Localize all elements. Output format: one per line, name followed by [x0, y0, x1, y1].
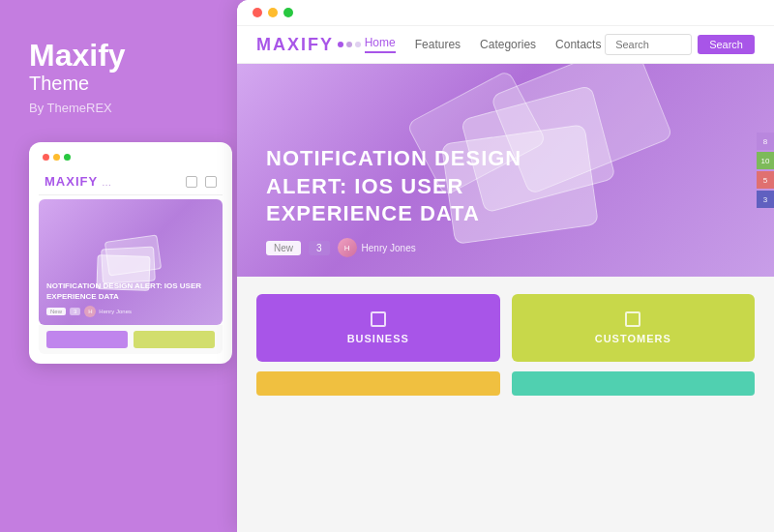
sidebar-dot-4: 3 — [757, 191, 774, 208]
browser-top-bar — [237, 0, 774, 26]
menu-item-contacts[interactable]: Contacts — [555, 38, 601, 51]
mobile-bottom — [39, 325, 223, 354]
browser-search-area: Search — [605, 34, 755, 55]
mobile-dot-yellow — [53, 154, 60, 161]
logo-dot-3 — [355, 42, 361, 47]
menu-item-features[interactable]: Features — [415, 38, 461, 51]
search-input[interactable] — [605, 34, 692, 55]
logo-dot-1 — [338, 42, 343, 47]
browser-nav: MAXIFY Home Features Categories Contacts… — [237, 26, 774, 64]
business-icon — [371, 311, 386, 327]
mobile-hero-section: NOTIFICATION DESIGN ALERT: IOS USER EXPE… — [39, 199, 223, 325]
browser-mockup: MAXIFY Home Features Categories Contacts… — [237, 0, 774, 532]
browser-logo: MAXIFY — [256, 35, 361, 55]
badge-new: New — [266, 241, 301, 255]
categories-row-2 — [256, 371, 755, 396]
logo-dot-2 — [346, 42, 352, 47]
mobile-dot-red — [43, 154, 49, 161]
mobile-hero-title: NOTIFICATION DESIGN ALERT: IOS USER EXPE… — [46, 281, 215, 302]
mobile-avatar-row: H Henry Jones — [84, 306, 132, 317]
author-info: H Henry Jones — [338, 238, 416, 257]
author-avatar: H — [338, 238, 357, 257]
business-label: BUSINESS — [347, 333, 409, 344]
mobile-nav-icons — [186, 176, 217, 188]
mobile-card-stack — [97, 238, 164, 286]
mobile-logo-row: MAXIFY ... — [39, 170, 223, 195]
browser-hero: NOTIFICATION DESIGN ALERT: IOS USER EXPE… — [237, 64, 774, 277]
category-customers[interactable]: CUSTOMERS — [512, 294, 756, 362]
sidebar-dot-2: 10 — [757, 152, 774, 169]
mobile-badge-new: New — [46, 308, 66, 315]
mobile-cat-1 — [46, 331, 128, 348]
search-button[interactable]: Search — [698, 35, 755, 54]
sidebar-dot-3: 5 — [757, 171, 774, 189]
mobile-avatar: H — [84, 306, 96, 317]
category-business[interactable]: BUSINESS — [256, 294, 500, 362]
mobile-nav-icon-2[interactable] — [205, 176, 217, 188]
author-name: Henry Jones — [362, 243, 416, 253]
mobile-dot-green — [64, 154, 71, 161]
category-extra-1[interactable] — [256, 371, 500, 396]
browser-dot-yellow — [268, 8, 278, 17]
left-panel: Maxify Theme By ThemeREX MAXIFY ... — [0, 0, 237, 532]
category-extra-2[interactable] — [512, 371, 756, 396]
mobile-cat-2 — [134, 331, 215, 348]
mobile-author-name: Henry Jones — [99, 309, 132, 314]
menu-item-home[interactable]: Home — [365, 36, 396, 53]
browser-dot-green — [283, 8, 293, 17]
browser-menu: Home Features Categories Contacts — [365, 36, 602, 53]
mobile-hero-meta: New 3 H Henry Jones — [46, 306, 215, 317]
hero-title: NOTIFICATION DESIGN ALERT: IOS USER EXPE… — [266, 145, 576, 228]
customers-icon — [625, 311, 640, 327]
mobile-badge-num: 3 — [70, 308, 80, 315]
hero-sidebar-dots: 8 10 5 3 — [757, 133, 774, 208]
browser-logo-accent — [338, 42, 361, 47]
browser-dot-red — [253, 8, 262, 17]
sidebar-dot-1: 8 — [757, 133, 774, 150]
mobile-top-bar — [39, 152, 223, 163]
badge-num: 3 — [309, 241, 330, 255]
categories-row-1: BUSINESS CUSTOMERS — [256, 294, 755, 362]
mobile-nav-icon-1[interactable] — [186, 176, 197, 188]
customers-label: CUSTOMERS — [595, 333, 671, 344]
menu-item-categories[interactable]: Categories — [480, 38, 536, 51]
hero-meta: New 3 H Henry Jones — [266, 238, 745, 257]
mobile-logo: MAXIFY ... — [45, 174, 111, 189]
browser-logo-text: MAXIFY — [256, 35, 334, 55]
mobile-mockup: MAXIFY ... NOTIFICATION DESIGN ALERT: IO… — [29, 142, 232, 364]
brand-title: Maxify Theme By ThemeREX — [29, 39, 213, 142]
browser-bottom: BUSINESS CUSTOMERS — [237, 277, 774, 532]
